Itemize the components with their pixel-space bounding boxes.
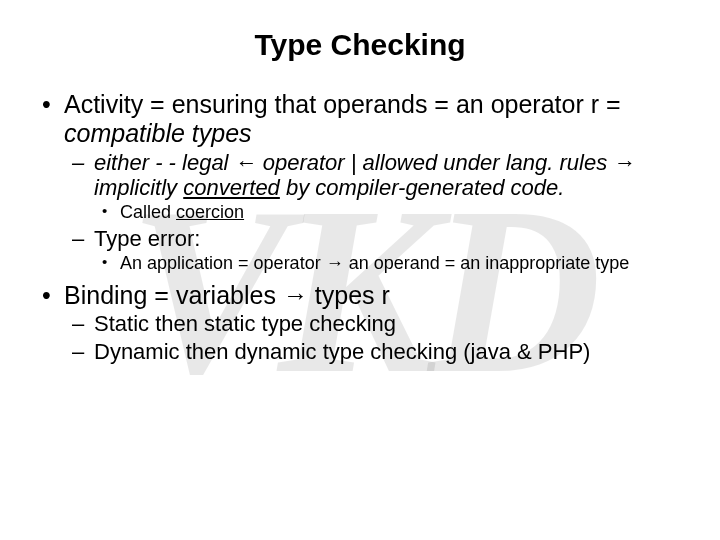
sublist: either - - legal ← operator | allowed un…: [64, 150, 690, 275]
sub-either: either - - legal ← operator | allowed un…: [64, 150, 690, 224]
bullet-list: Activity = ensuring that operands = an o…: [30, 90, 690, 364]
arrow-right-icon: →: [326, 253, 344, 273]
text: operator | allowed under lang. rules: [257, 150, 614, 175]
note-coercion: Called coercion: [94, 202, 690, 224]
text: an operand = an inappropriate type: [344, 253, 630, 273]
text: either - - legal: [94, 150, 235, 175]
text: Activity = ensuring that operands = an o…: [64, 90, 621, 118]
text-underline: coercion: [176, 202, 244, 222]
text: Binding = variables: [64, 281, 283, 309]
sub-type-error: Type error: An application = operator → …: [64, 226, 690, 275]
arrow-right-icon: →: [283, 281, 308, 309]
text: Dynamic then dynamic type checking (java…: [94, 339, 590, 364]
subsublist: An application = operator → an operand =…: [94, 253, 690, 275]
text-underline: converted: [183, 175, 280, 200]
subsublist: Called coercion: [94, 202, 690, 224]
sublist: Static then static type checking Dynamic…: [64, 311, 690, 364]
text: Static then static type checking: [94, 311, 396, 336]
text: Called: [120, 202, 176, 222]
text: types r: [308, 281, 390, 309]
text: An application = operator: [120, 253, 326, 273]
bullet-activity: Activity = ensuring that operands = an o…: [30, 90, 690, 275]
text: Type error:: [94, 226, 200, 251]
arrow-left-icon: ←: [235, 150, 257, 175]
sub-static: Static then static type checking: [64, 311, 690, 336]
sub-dynamic: Dynamic then dynamic type checking (java…: [64, 339, 690, 364]
slide: Type Checking Activity = ensuring that o…: [0, 0, 720, 540]
note-type-error: An application = operator → an operand =…: [94, 253, 690, 275]
text: implicitly: [94, 175, 183, 200]
bullet-binding: Binding = variables → types r Static the…: [30, 281, 690, 364]
text: by compiler-generated code.: [280, 175, 565, 200]
text-italic: compatible types: [64, 119, 252, 147]
arrow-right-icon: →: [613, 150, 635, 175]
slide-title: Type Checking: [30, 28, 690, 62]
